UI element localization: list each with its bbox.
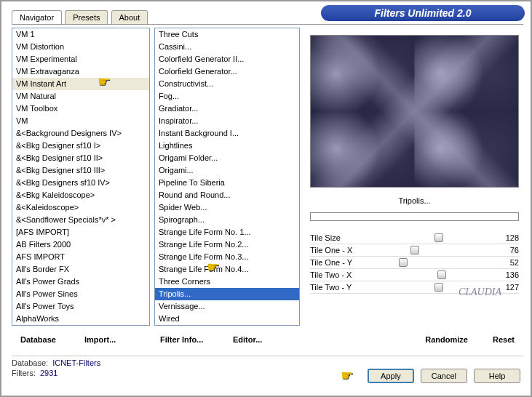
watermark: CLAUDIA bbox=[458, 286, 501, 298]
slider-label: Tile Two - X bbox=[310, 270, 376, 279]
slider-row[interactable]: Tile One - Y52 bbox=[310, 257, 519, 269]
list-item[interactable]: &<Bkg Designer sf10 III> bbox=[12, 164, 149, 177]
slider-thumb[interactable] bbox=[399, 258, 408, 267]
filter-list[interactable]: Three CutsCassini...Colorfield Generator… bbox=[154, 28, 300, 326]
slider-value: 76 bbox=[493, 246, 519, 254]
list-item[interactable]: All's Power Sines bbox=[12, 288, 149, 300]
tab-presets[interactable]: Presets bbox=[65, 10, 108, 24]
list-item[interactable]: &<Bkg Designer sf10 I> bbox=[12, 140, 149, 152]
pointer-icon bbox=[341, 369, 361, 384]
pointer-icon bbox=[98, 76, 118, 90]
list-item[interactable]: VM Experimental bbox=[12, 53, 149, 65]
app-title-banner: Filters Unlimited 2.0 bbox=[321, 5, 525, 21]
list-item[interactable]: Fog... bbox=[155, 90, 299, 103]
main-panel: VM 1VM DistortionVM ExperimentalVM Extra… bbox=[12, 24, 523, 349]
list-item[interactable]: AFS IMPORT bbox=[12, 251, 149, 263]
list-item[interactable]: Constructivist... bbox=[155, 78, 299, 90]
list-item[interactable]: Tripolis... bbox=[155, 288, 299, 300]
list-item[interactable]: &<Sandflower Specials*v* > bbox=[12, 214, 149, 226]
slider-track[interactable] bbox=[376, 244, 493, 256]
help-button[interactable]: Help bbox=[474, 369, 520, 383]
slider-value: 136 bbox=[493, 270, 519, 279]
slider-panel: Tile Size128Tile One - X76Tile One - Y52… bbox=[310, 232, 519, 294]
list-item[interactable]: All's Border FX bbox=[12, 263, 149, 276]
slider-track[interactable] bbox=[376, 257, 493, 268]
list-item[interactable]: &<Background Designers IV> bbox=[12, 127, 149, 140]
slider-thumb[interactable] bbox=[410, 246, 419, 254]
slider-thumb[interactable] bbox=[434, 283, 443, 292]
list-item[interactable]: VM Instant Art bbox=[12, 78, 149, 90]
list-item[interactable]: All's Power Toys bbox=[12, 300, 149, 313]
cancel-button[interactable]: Cancel bbox=[421, 369, 467, 383]
list-item[interactable]: Origami... bbox=[155, 164, 299, 177]
list-item[interactable]: Wired bbox=[155, 313, 299, 325]
list-item[interactable]: Pipeline To Siberia bbox=[155, 177, 299, 189]
list-item[interactable]: &<Bkg Designer sf10 II> bbox=[12, 152, 149, 164]
list-item[interactable]: Gradiator... bbox=[155, 103, 299, 115]
list-item[interactable]: AB Filters 2000 bbox=[12, 238, 149, 251]
slider-track[interactable] bbox=[376, 232, 493, 244]
list-item[interactable]: &<Kaleidoscope> bbox=[12, 201, 149, 214]
list-item[interactable]: VM Distortion bbox=[12, 41, 149, 53]
list-item[interactable]: &<Bkg Kaleidoscope> bbox=[12, 189, 149, 201]
list-item[interactable]: Cassini... bbox=[155, 41, 299, 53]
pointer-icon bbox=[207, 261, 227, 276]
slider-label: Tile One - Y bbox=[310, 258, 376, 267]
list-item[interactable]: &<Bkg Designers sf10 IV> bbox=[12, 177, 149, 189]
list-item[interactable]: Spirograph... bbox=[155, 214, 299, 226]
list-item[interactable]: AlphaWorks bbox=[12, 313, 149, 325]
list-item[interactable]: VM Extravaganza bbox=[12, 65, 149, 78]
reset-button[interactable]: Reset bbox=[490, 334, 517, 345]
filters-label: Filters: bbox=[12, 369, 36, 377]
list-item[interactable]: Lightlines bbox=[155, 140, 299, 152]
list-item[interactable]: VM Toolbox bbox=[12, 103, 149, 115]
slider-track[interactable] bbox=[376, 269, 493, 281]
progress-bar bbox=[310, 212, 519, 221]
slider-value: 52 bbox=[493, 258, 519, 267]
list-item[interactable]: Andrew's Filter Collection 55 bbox=[12, 325, 149, 326]
list-item[interactable]: Colorfield Generator II... bbox=[155, 53, 299, 65]
slider-row[interactable]: Tile Size128 bbox=[310, 232, 519, 244]
bottom-buttons: Apply Cancel Help bbox=[341, 369, 520, 384]
tab-about[interactable]: About bbox=[111, 10, 148, 24]
list-item[interactable]: Instant Background I... bbox=[155, 127, 299, 140]
slider-thumb[interactable] bbox=[434, 233, 443, 242]
list-item[interactable]: Inspirator... bbox=[155, 115, 299, 127]
slider-row[interactable]: Tile One - X76 bbox=[310, 244, 519, 257]
list-item[interactable]: Origami Folder... bbox=[155, 152, 299, 164]
import-button[interactable]: Import... bbox=[82, 334, 119, 345]
list-item[interactable]: Spider Web... bbox=[155, 201, 299, 214]
list-item[interactable]: Three Cuts bbox=[155, 28, 299, 41]
list-item[interactable]: All's Power Grads bbox=[12, 276, 149, 288]
list-item[interactable]: VM bbox=[12, 115, 149, 127]
preview-image bbox=[310, 35, 519, 188]
list-item[interactable]: Colorfield Generator... bbox=[155, 65, 299, 78]
list-item[interactable]: VM Natural bbox=[12, 90, 149, 103]
list-item[interactable]: Strange Life Form No.4... bbox=[155, 263, 299, 276]
category-list[interactable]: VM 1VM DistortionVM ExperimentalVM Extra… bbox=[12, 28, 150, 326]
apply-button[interactable]: Apply bbox=[368, 369, 414, 383]
slider-label: Tile One - X bbox=[310, 246, 376, 254]
preview-label: Tripolis... bbox=[310, 196, 519, 205]
divider bbox=[12, 356, 523, 356]
list-item[interactable]: VM 1 bbox=[12, 28, 149, 41]
list-item[interactable]: Vernissage... bbox=[155, 300, 299, 313]
slider-label: Tile Two - Y bbox=[310, 283, 376, 292]
editor-button[interactable]: Editor... bbox=[230, 334, 265, 345]
list-item[interactable]: Strange Life Form No.2... bbox=[155, 238, 299, 251]
list-item[interactable]: Strange Life Form No.3... bbox=[155, 251, 299, 263]
filter-info-button[interactable]: Filter Info... bbox=[157, 334, 206, 345]
filters-count: 2931 bbox=[40, 369, 57, 377]
list-item[interactable]: Round and Round... bbox=[155, 189, 299, 201]
list-item[interactable]: [AFS IMPORT] bbox=[12, 226, 149, 238]
list-item[interactable]: Strange Life Form No. 1... bbox=[155, 226, 299, 238]
tab-navigator[interactable]: Navigator bbox=[12, 10, 62, 24]
database-button[interactable]: Database bbox=[17, 334, 59, 345]
tabs: Navigator Presets About bbox=[12, 10, 148, 24]
database-label: Database: bbox=[12, 358, 48, 367]
list-item[interactable]: Three Corners bbox=[155, 276, 299, 288]
slider-thumb[interactable] bbox=[437, 270, 446, 279]
slider-value: 128 bbox=[493, 233, 519, 242]
randomize-button[interactable]: Randomize bbox=[422, 334, 471, 345]
slider-row[interactable]: Tile Two - X136 bbox=[310, 269, 519, 281]
